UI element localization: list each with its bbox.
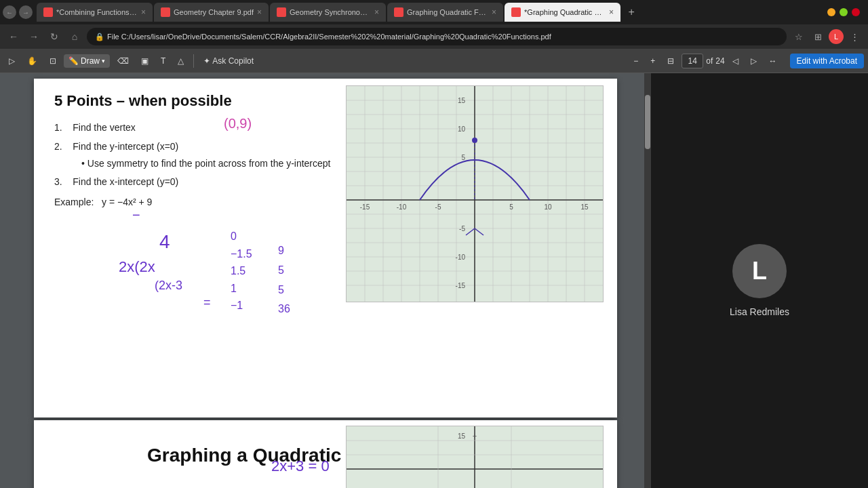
svg-text:-10: -10	[456, 253, 466, 261]
pdf-scroll[interactable]: 5 Points – when possible 1. Find the ver…	[0, 73, 651, 488]
pdf-tool-hand[interactable]: ✋	[22, 54, 42, 68]
tab-combining-functions[interactable]: *Combining Functions.pdf ×	[37, 3, 153, 22]
toolbar-separator-1	[193, 54, 194, 68]
graph-container: -15 -10 -5 5 10 15 15 10 5 -5	[346, 85, 604, 302]
new-tab-button[interactable]: +	[622, 3, 641, 22]
pdf-toolbar: ▷ ✋ ⊡ ✏️ Draw ▾ ⌫ ▣ T △ ✦ Ask Copilot − …	[0, 49, 868, 73]
tab-favicon-3	[277, 7, 286, 17]
star-icon[interactable]: ☆	[791, 28, 807, 45]
pdf-tool-cursor[interactable]: ▷	[4, 54, 20, 68]
tab-favicon-5	[511, 7, 521, 17]
annotation-four: 4	[159, 231, 170, 253]
address-bar: ← → ↻ ⌂ 🔒 File C:/Users/lisar/OneDrive/D…	[0, 24, 868, 49]
annotation-factor2: (2x-3	[155, 279, 182, 293]
svg-line-42	[466, 228, 475, 235]
zoom-out-button[interactable]: −	[629, 54, 643, 68]
window-controls	[827, 8, 865, 16]
page-number-input[interactable]	[682, 54, 703, 68]
tab-graphing-quadratic-active[interactable]: *Graphing Quadratic Functions... ×	[505, 3, 620, 22]
next-page-button[interactable]: ▷	[746, 54, 762, 68]
pdf-area: 5 Points – when possible 1. Find the ver…	[0, 73, 651, 488]
svg-text:15: 15	[580, 203, 589, 211]
pdf-tool-fit[interactable]: ⊡	[45, 54, 61, 68]
toolbar-icons: ☆ ⊞ L ⋮	[791, 28, 863, 45]
fit-page-button[interactable]: ⊟	[663, 54, 679, 68]
tab-favicon-4	[394, 7, 403, 17]
home-button[interactable]: ⌂	[66, 28, 83, 45]
right-sidebar: L Lisa Redmiles	[651, 73, 868, 488]
browser-forward-btn[interactable]: →	[19, 5, 33, 19]
user-name: Lisa Redmiles	[730, 306, 789, 317]
fit-width-button[interactable]: ↔	[764, 54, 782, 68]
svg-text:-15: -15	[360, 203, 370, 211]
tab-close-2[interactable]: ×	[257, 7, 262, 17]
tab-favicon-2	[161, 7, 170, 17]
page-number-area: − + ⊟ of 24 ◁ ▷ ↔	[629, 54, 781, 68]
annotation-equals: =	[203, 296, 211, 310]
pdf-tool-copilot[interactable]: ✦ Ask Copilot	[199, 54, 258, 68]
pdf-page-bottom: Graphing a Quadratic in Standard Form 2x…	[34, 420, 617, 488]
pencil-icon: ✏️	[68, 56, 79, 66]
pdf-scrollbar-thumb[interactable]	[645, 95, 650, 149]
svg-text:-5: -5	[435, 203, 441, 211]
tab-bar: ← → *Combining Functions.pdf × Geometry …	[0, 0, 868, 24]
pdf-page-content: 5 Points – when possible 1. Find the ver…	[34, 79, 617, 418]
pdf-scrollbar[interactable]	[644, 73, 651, 488]
coordinate-graph: -15 -10 -5 5 10 15 15 10 5 -5	[346, 85, 604, 302]
browser-window: ← → *Combining Functions.pdf × Geometry …	[0, 0, 868, 488]
tab-geometry-chapter[interactable]: Geometry Chapter 9.pdf ×	[154, 3, 269, 22]
menu-icon[interactable]: ⋮	[846, 28, 863, 45]
tab-geometry-sync[interactable]: Geometry Synchronous Notes ... ×	[270, 3, 386, 22]
minimize-button[interactable]	[827, 8, 835, 16]
profile-icon[interactable]: L	[829, 29, 844, 44]
edit-with-acrobat-button[interactable]: Edit with Acrobat	[790, 54, 864, 68]
browser-back-btn[interactable]: ←	[3, 5, 16, 19]
tab-favicon-1	[43, 7, 53, 17]
extension-icon[interactable]: ⊞	[810, 28, 826, 45]
annotation-dash: −	[132, 207, 140, 223]
pdf-tool-text[interactable]: T	[156, 54, 170, 68]
refresh-button[interactable]: ↻	[46, 28, 62, 45]
annotation-factor1: 2x(2x	[119, 258, 155, 276]
bottom-graph-start: 15 +	[346, 426, 604, 488]
tab-close-1[interactable]: ×	[141, 7, 146, 17]
url-text: File C:/Users/lisar/OneDrive/Documents/S…	[107, 33, 551, 41]
tab-close-5[interactable]: ×	[609, 7, 614, 17]
tab-bar-left: ← →	[3, 5, 33, 19]
svg-text:-10: -10	[397, 203, 407, 211]
back-button[interactable]: ←	[5, 28, 22, 45]
draw-dropdown-icon: ▾	[102, 58, 105, 64]
pdf-tool-eraser[interactable]: ⌫	[113, 54, 134, 68]
svg-text:-5: -5	[459, 225, 465, 232]
pdf-page-bottom-content: Graphing a Quadratic in Standard Form 2x…	[34, 420, 617, 488]
svg-line-43	[475, 228, 484, 235]
svg-text:5: 5	[509, 203, 513, 211]
pdf-tool-draw[interactable]: ✏️ Draw ▾	[64, 54, 110, 68]
prev-page-button[interactable]: ◁	[728, 54, 743, 68]
pdf-tool-shapes[interactable]: △	[173, 54, 189, 68]
annotation-numbers: 0 −1.5 1.5 1 −1	[231, 228, 252, 314]
tab-close-4[interactable]: ×	[492, 7, 496, 17]
pdf-tool-highlight[interactable]: ▣	[136, 54, 153, 68]
svg-text:-15: -15	[456, 282, 466, 289]
forward-button[interactable]: →	[26, 28, 42, 45]
page-total: 24	[715, 56, 724, 66]
svg-text:15: 15	[458, 432, 466, 440]
pdf-page-main: 5 Points – when possible 1. Find the ver…	[34, 79, 617, 418]
annotation-equation: 2x+3 = 0	[271, 458, 330, 475]
url-protocol-icon: 🔒	[95, 33, 104, 41]
svg-text:10: 10	[458, 125, 466, 133]
tab-graphing-quadratic[interactable]: Graphing Quadratic Functions.pdf ×	[387, 3, 503, 22]
svg-text:5: 5	[461, 154, 465, 161]
maximize-button[interactable]	[840, 8, 848, 16]
url-bar[interactable]: 🔒 File C:/Users/lisar/OneDrive/Documents…	[87, 28, 787, 45]
close-button[interactable]	[852, 8, 860, 16]
zoom-in-button[interactable]: +	[646, 54, 660, 68]
svg-text:10: 10	[544, 203, 552, 211]
tab-close-3[interactable]: ×	[374, 7, 379, 17]
bottom-graph-svg: 15 +	[346, 426, 604, 488]
user-avatar: L	[732, 244, 787, 298]
svg-text:+: +	[473, 432, 477, 440]
annotation-vertex-coords: (0,9)	[224, 116, 252, 131]
svg-text:15: 15	[458, 97, 466, 104]
